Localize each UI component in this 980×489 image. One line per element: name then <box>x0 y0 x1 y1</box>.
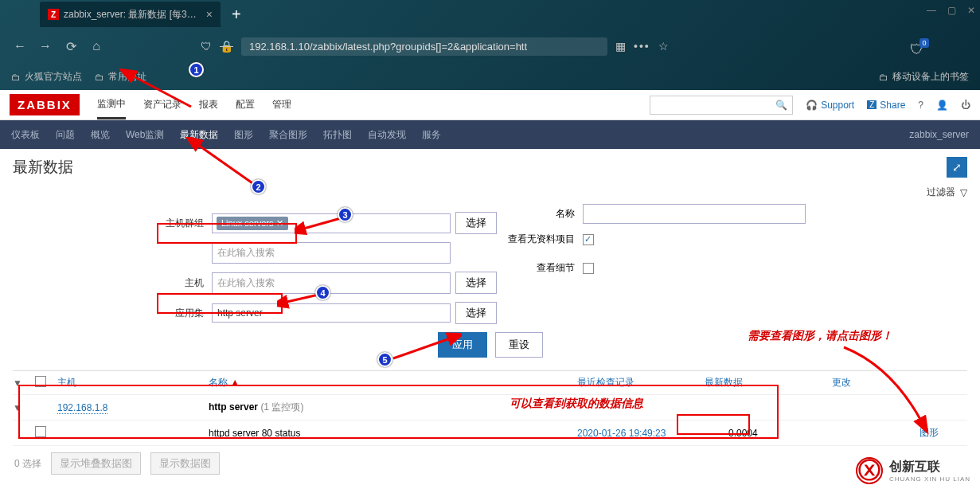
menu-config[interactable]: 配置 <box>236 90 255 119</box>
reader-icon[interactable]: ▦ <box>615 40 626 53</box>
bookmark-star-icon[interactable]: ☆ <box>658 40 669 53</box>
tab-title: zabbix_server: 最新数据 [每3… <box>64 8 197 22</box>
expand-all[interactable]: ▼ <box>13 378 35 389</box>
watermark-py: CHUANG XIN HU LIAN <box>889 475 970 483</box>
col-name[interactable]: 名称 ▲ <box>209 376 577 389</box>
zabbix-header: ZABBIX 监测中 资产记录 报表 配置 管理 🔍 🎧Support ZSha… <box>0 90 980 120</box>
details-label: 查看细节 <box>487 261 575 275</box>
data-table: ▼ 主机 名称 ▲ 最近检查记录 最新数据 更改 ▼ 192.168.1.8 h… <box>13 370 967 446</box>
forward-button[interactable]: → <box>37 39 54 54</box>
app-input[interactable]: http server <box>212 303 451 323</box>
graph-link[interactable]: 图形 <box>919 427 939 438</box>
tracking-shield-icon[interactable]: 🛡 <box>201 40 212 53</box>
address-bar[interactable]: 192.168.1.10/zabbix/latest.php?groupids[… <box>241 37 607 56</box>
global-search[interactable]: 🔍 <box>650 96 793 115</box>
subnav-maps[interactable]: 拓扑图 <box>323 128 352 142</box>
hostgroup-search[interactable]: 在此输入搜索 <box>212 242 451 264</box>
sort-asc-icon: ▲ <box>230 377 240 388</box>
item-value: 0.0004 <box>705 428 832 439</box>
details-checkbox[interactable] <box>583 263 594 274</box>
subnav-graphs[interactable]: 图形 <box>234 128 253 142</box>
select-all-checkbox[interactable] <box>35 376 46 387</box>
browser-chrome: — ▢ ✕ Z zabbix_server: 最新数据 [每3… × + ← →… <box>0 0 980 90</box>
col-latest[interactable]: 最新数据 <box>705 376 832 389</box>
bookmark-ff[interactable]: 🗀火狐官方站点 <box>11 70 82 84</box>
item-name: httpd server 80 status <box>209 428 577 439</box>
folder-icon: 🗀 <box>95 72 104 83</box>
nav-bar: ← → ⟳ ⌂ 🛡 🔒 192.168.1.10/zabbix/latest.p… <box>0 29 980 64</box>
close-icon[interactable]: ✕ <box>967 5 975 16</box>
hostgroup-tag[interactable]: Linux servers✕ <box>217 217 288 230</box>
home-button[interactable]: ⌂ <box>88 39 105 54</box>
host-input[interactable]: 在此输入搜索 <box>212 272 451 294</box>
app-select-button[interactable]: 选择 <box>455 302 497 324</box>
new-tab-button[interactable]: + <box>232 6 241 24</box>
host-link[interactable]: 192.168.1.8 <box>57 402 107 414</box>
apply-button[interactable]: 应用 <box>438 332 487 358</box>
menu-monitoring[interactable]: 监测中 <box>97 90 126 119</box>
folder-icon: 🗀 <box>879 72 888 83</box>
tab-bar: Z zabbix_server: 最新数据 [每3… × + <box>0 0 980 29</box>
table-item-row: httpd server 80 status 2020-01-26 19:49:… <box>13 421 967 446</box>
col-change[interactable]: 更改 <box>832 376 919 389</box>
zabbix-icon: Z <box>867 100 877 109</box>
share-link[interactable]: ZShare <box>867 100 905 111</box>
maximize-icon[interactable]: ▢ <box>947 5 956 16</box>
subnav-dashboard[interactable]: 仪表板 <box>11 128 40 142</box>
reload-button[interactable]: ⟳ <box>62 39 80 54</box>
hostgroup-input[interactable]: Linux servers✕ <box>212 213 451 233</box>
app-label: 应用集 <box>13 307 204 320</box>
logout-icon[interactable]: ⏻ <box>961 100 970 111</box>
tag-remove-icon[interactable]: ✕ <box>276 218 283 229</box>
annot-num-1: 1 <box>189 62 204 77</box>
name-input[interactable] <box>583 204 806 224</box>
minimize-icon[interactable]: — <box>927 5 936 16</box>
subnav-problems[interactable]: 问题 <box>56 128 75 142</box>
collapse-toggle[interactable]: ▼ <box>13 402 35 413</box>
page-actions[interactable]: ••• <box>634 40 650 53</box>
user-icon[interactable]: 👤 <box>936 100 948 111</box>
reset-button[interactable]: 重设 <box>495 332 543 358</box>
insecure-icon[interactable]: 🔒 <box>220 40 233 53</box>
menu-admin[interactable]: 管理 <box>272 90 291 119</box>
zabbix-logo[interactable]: ZABBIX <box>10 94 80 115</box>
filter-icon: ▽ <box>960 187 967 198</box>
subnav-latest[interactable]: 最新数据 <box>180 128 218 142</box>
col-host[interactable]: 主机 <box>57 376 209 389</box>
col-last[interactable]: 最近检查记录 <box>577 376 705 389</box>
subnav-services[interactable]: 服务 <box>422 128 441 142</box>
url-text: 192.168.1.10/zabbix/latest.php?groupids[… <box>249 41 527 53</box>
nodata-checkbox[interactable] <box>583 234 594 245</box>
browser-tab[interactable]: Z zabbix_server: 最新数据 [每3… × <box>40 2 221 27</box>
selected-count: 0 选择 <box>14 457 41 471</box>
headset-icon: 🎧 <box>806 100 818 111</box>
subnav-web[interactable]: Web监测 <box>126 128 164 142</box>
filter-toggle[interactable]: 过滤器▽ <box>927 186 967 199</box>
table-group-row: ▼ 192.168.1.8 http server (1 监控项) <box>13 395 967 421</box>
item-count: (1 监控项) <box>260 401 303 413</box>
bookmark-common[interactable]: 🗀常用网址 <box>95 70 146 84</box>
subnav-screens[interactable]: 聚合图形 <box>269 128 307 142</box>
graph-button[interactable]: 显示数据图 <box>150 452 220 475</box>
app-name: http server <box>209 401 258 413</box>
filter-toggle-row: 过滤器▽ <box>0 186 980 204</box>
row-checkbox[interactable] <box>35 426 46 437</box>
page-head: 最新数据 ⤢ <box>0 149 980 186</box>
fullscreen-button[interactable]: ⤢ <box>947 157 967 178</box>
menu-inventory[interactable]: 资产记录 <box>143 90 182 119</box>
stacked-graph-button[interactable]: 显示堆叠数据图 <box>51 452 141 475</box>
watermark: ⓧ 创新互联 CHUANG XIN HU LIAN <box>846 452 980 489</box>
subnav-overview[interactable]: 概览 <box>91 128 110 142</box>
tab-close-icon[interactable]: × <box>206 8 213 21</box>
nodata-label: 查看无资料项目 <box>487 233 575 246</box>
support-link[interactable]: 🎧Support <box>806 100 854 111</box>
host-select-button[interactable]: 选择 <box>455 272 497 294</box>
bookmark-mobile[interactable]: 🗀移动设备上的书签 <box>879 70 969 84</box>
back-button[interactable]: ← <box>11 39 29 54</box>
help-icon[interactable]: ? <box>918 100 923 111</box>
zabbix-favicon: Z <box>48 9 59 20</box>
subnav-discovery[interactable]: 自动发现 <box>368 128 406 142</box>
library-icon[interactable]: 🛡0 <box>910 41 924 58</box>
annot-text-data: 可以查看到获取的数据信息 <box>510 397 643 411</box>
menu-reports[interactable]: 报表 <box>199 90 218 119</box>
